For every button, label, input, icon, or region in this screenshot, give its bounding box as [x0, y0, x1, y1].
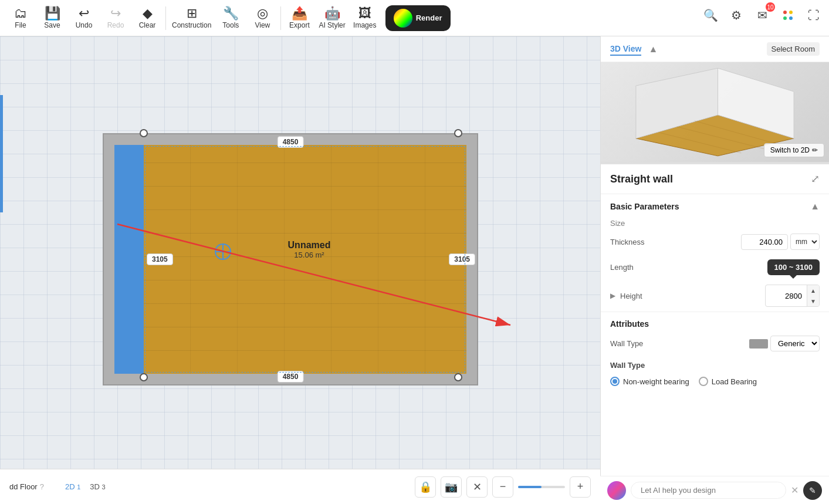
basic-params-header[interactable]: Basic Parameters ▲ [601, 194, 829, 217]
wall-type-select-wrap: Generic [749, 336, 820, 351]
camera-icon-btn[interactable]: 📷 [441, 476, 462, 498]
ai-input[interactable] [631, 482, 786, 499]
switch-2d-icon: ✏ [812, 146, 818, 154]
radio-load[interactable]: Load Bearing [699, 377, 757, 386]
undo-button[interactable]: ↩ Undo [68, 5, 100, 32]
clear-button[interactable]: ◆ Clear [131, 5, 163, 32]
height-label: Height [620, 292, 760, 300]
search-icon-btn[interactable]: 🔍 [700, 5, 721, 26]
room-label: Unnamed 15.06 m² [288, 239, 331, 259]
tools-icon: 🔧 [223, 7, 239, 20]
view-tabs: 2D 1 3D 3 [60, 480, 110, 493]
room-container: 4850 4850 3105 3105 Unnamed 15.06 m² [103, 133, 478, 385]
zoom-fill [518, 486, 542, 488]
wall-bearing-radio-group: Non-weight bearing Load Bearing [601, 372, 829, 391]
undo-icon: ↩ [79, 7, 89, 20]
length-row: Length 100 ~ 3100 [601, 255, 829, 280]
height-row: ▶ Height ▲ ▼ [601, 280, 829, 312]
tab-2d[interactable]: 2D 1 [60, 480, 85, 493]
panel-header: Straight wall ⤢ [601, 164, 829, 194]
select-room-button[interactable]: Select Room [767, 42, 820, 56]
thickness-unit-select[interactable]: mm [790, 234, 820, 250]
3d-view-expand-icon[interactable]: ▲ [648, 44, 658, 55]
selection-target[interactable] [215, 243, 231, 260]
dim-bottom: 4850 [278, 371, 304, 383]
corner-handle-bl[interactable] [140, 373, 148, 381]
bottom-right-tools: 🔒 📷 ✕ − + [415, 476, 591, 498]
construction-button[interactable]: ⊞ Construction [168, 5, 215, 32]
minus-icon-btn[interactable]: − [492, 476, 513, 498]
floor-help-icon[interactable]: ? [40, 482, 44, 491]
svg-point-2 [783, 16, 787, 20]
height-steppers: ▲ ▼ [807, 285, 819, 306]
ai-avatar [607, 481, 626, 500]
corner-handle-tl[interactable] [140, 129, 148, 137]
radio-load-circle [699, 377, 708, 386]
ai-styler-button[interactable]: 🤖 AI Styler [315, 5, 348, 32]
dim-left: 3105 [147, 253, 173, 265]
height-down-button[interactable]: ▼ [807, 296, 819, 306]
room-area: 15.06 m² [288, 250, 331, 259]
switch-to-2d-button[interactable]: Switch to 2D ✏ [764, 143, 824, 157]
height-input[interactable] [766, 289, 807, 303]
ai-chat-icon-button[interactable]: ✎ [803, 481, 822, 500]
height-expand-arrow[interactable]: ▶ [610, 292, 615, 300]
render-icon [394, 9, 412, 28]
wall-type2-label: Wall Type [601, 356, 829, 372]
divider-2 [280, 6, 281, 30]
settings-icon-btn[interactable]: ⚙ [726, 5, 747, 26]
section-toggle-icon: ▲ [810, 201, 820, 212]
right-panel: 3D View ▲ Select Room Swi [600, 36, 829, 504]
redo-button[interactable]: ↪ Redo [100, 5, 131, 32]
radio-nonweight-circle [610, 377, 620, 386]
floor-surface [144, 145, 466, 374]
bottom-bar: dd Floor ? 2D 1 3D 3 🔒 📷 ✕ − + [0, 469, 600, 504]
view-button[interactable]: ◎ View [246, 5, 278, 32]
basic-params-title: Basic Parameters [610, 202, 810, 211]
palette-icon-btn[interactable] [777, 5, 798, 26]
svg-point-3 [789, 16, 793, 20]
redo-icon: ↪ [110, 7, 121, 20]
wall-type-select[interactable]: Generic [770, 336, 820, 351]
left-wall-handle[interactable] [0, 95, 3, 212]
notification-icon-btn[interactable]: ✉ 10 [752, 5, 773, 26]
radio-nonweight[interactable]: Non-weight bearing [610, 377, 689, 386]
render-button[interactable]: Render [385, 5, 451, 31]
divider-1 [165, 6, 166, 30]
save-button[interactable]: 💾 Save [36, 5, 68, 32]
height-up-button[interactable]: ▲ [807, 285, 819, 296]
corner-handle-tr[interactable] [454, 129, 462, 137]
lock-icon-btn[interactable]: 🔒 [415, 476, 436, 498]
images-button[interactable]: 🖼 Images [349, 5, 381, 32]
export-icon: 📤 [292, 7, 307, 20]
3d-preview-area: Switch to 2D ✏ [601, 62, 829, 162]
dim-right: 3105 [449, 253, 475, 265]
ai-bar: ✕ ✎ [600, 476, 829, 504]
attributes-section-label: Attributes [601, 312, 829, 331]
plus-icon-btn[interactable]: + [570, 476, 591, 498]
expand-icon-btn[interactable]: ⛶ [803, 5, 824, 26]
selected-wall-highlight [114, 145, 144, 374]
wall-type-swatch [749, 339, 768, 349]
dim-top: 4850 [278, 136, 304, 148]
construction-icon: ⊞ [187, 7, 197, 20]
images-icon: 🖼 [358, 7, 371, 20]
export-button[interactable]: 📤 Export [283, 5, 315, 32]
save-icon: 💾 [45, 7, 60, 20]
panel-expand-icon[interactable]: ⤢ [811, 172, 820, 185]
notification-badge-count: 10 [766, 2, 775, 12]
delete-icon-btn[interactable]: ✕ [466, 476, 488, 498]
clear-icon: ◆ [143, 7, 153, 20]
ai-close-button[interactable]: ✕ [791, 485, 798, 496]
height-input-group: ▲ ▼ [765, 285, 820, 307]
tools-button[interactable]: 🔧 Tools [215, 5, 246, 32]
thickness-label: Thickness [610, 238, 736, 246]
tab-3d[interactable]: 3D 3 [85, 480, 110, 493]
view-3d-section: 3D View ▲ Select Room Swi [601, 36, 829, 163]
tab-3d-view[interactable]: 3D View [610, 43, 641, 56]
file-button[interactable]: 🗂 File [5, 5, 36, 32]
svg-point-0 [783, 11, 787, 14]
corner-handle-br[interactable] [454, 373, 462, 381]
view-icon: ◎ [257, 7, 268, 20]
thickness-input[interactable] [741, 234, 788, 250]
